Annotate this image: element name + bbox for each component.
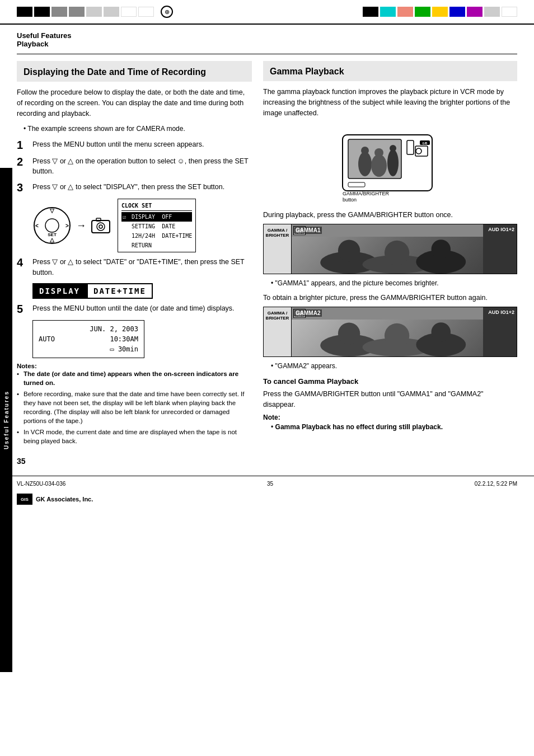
bar-white-r	[502, 7, 517, 17]
date-display-time: 10:30AM	[90, 334, 138, 344]
gamma2-scene	[292, 320, 483, 356]
bar-yellow	[432, 7, 448, 17]
svg-text:<: <	[35, 223, 39, 229]
notes-section: Notes: The date (or date and time) appea…	[17, 363, 252, 446]
control-pad-svg: ▽ △ < > SET	[32, 206, 72, 245]
menu-item-icon-setting	[121, 222, 127, 231]
step-1-number: 1	[17, 139, 28, 151]
bar-black2	[34, 7, 50, 17]
svg-point-22	[416, 148, 421, 154]
left-column: Displaying the Date and Time of Recordin…	[17, 54, 252, 448]
logo-box: GIS	[17, 494, 32, 505]
top-bar-right-blocks	[363, 7, 517, 17]
date-display-date: JUN. 2, 2003	[90, 324, 138, 334]
gamma1-bullet: "GAMMA1" appears, and the picture become…	[271, 279, 517, 288]
notes-list: The date (or date and time) appears when…	[17, 369, 252, 446]
gamma2-display-left: GAMMA / BRIGHTER	[264, 307, 292, 356]
gamma2-display-main: GAMMA2	[292, 307, 483, 356]
top-bar-left-blocks	[17, 7, 154, 17]
bar-purple	[467, 7, 483, 17]
logo-svg: GIS	[18, 495, 31, 504]
arrow-right-symbol: →	[76, 220, 86, 232]
gamma1-display-main: GAMMA1	[292, 224, 483, 274]
step-4-text: Press ▽ or △ to select "DATE" or "DATE+T…	[32, 257, 252, 277]
svg-point-14	[358, 152, 372, 176]
svg-point-35	[385, 241, 409, 265]
svg-rect-25	[348, 182, 365, 187]
svg-point-15	[371, 154, 387, 177]
gamma1-display-box: GAMMA / BRIGHTER GAMMA1	[263, 224, 517, 274]
right-column: Gamma Playback The gamma playback functi…	[263, 54, 517, 448]
gamma1-side-top: GAMMA /	[268, 228, 287, 233]
gamma2-bullet: "GAMMA2" appears.	[271, 361, 517, 371]
note-1: The date (or date and time) appears when…	[17, 369, 252, 387]
section-label: Useful Features Playback	[17, 31, 517, 48]
left-bullet-note: The example screens shown are for CAMERA…	[24, 124, 252, 134]
during-playback-text: During playback, press the GAMMA/BRIGHTE…	[263, 210, 517, 220]
cancel-note-title: Note:	[263, 414, 517, 421]
date-ref: 02.2.12, 5:22 PM	[475, 481, 517, 487]
menu-item-icon-return	[121, 241, 127, 250]
bar-pink	[397, 7, 413, 17]
menu-item-icon-display: ☑	[121, 212, 127, 222]
gamma2-side-top: GAMMA /	[268, 311, 287, 316]
step-3-text: Press ▽ or △ to select "DISPLAY", then p…	[32, 182, 252, 192]
svg-rect-10	[96, 218, 101, 221]
step-4: 4 Press ▽ or △ to select "DATE" or "DATE…	[17, 257, 252, 277]
gamma1-overlay-label: GAMMA1	[294, 227, 322, 234]
gamma1-display-left: GAMMA / BRIGHTER	[264, 224, 292, 274]
cancel-section: To cancel Gamma Playback Press the GAMMA…	[263, 377, 517, 431]
svg-text:△: △	[49, 237, 55, 243]
svg-point-17	[361, 147, 369, 154]
svg-point-8	[97, 223, 105, 231]
bottom-logo-area: GIS GK Associates, Inc.	[0, 491, 534, 511]
bar-blue	[449, 7, 465, 17]
svg-point-36	[432, 240, 451, 259]
svg-point-44	[385, 323, 409, 348]
page-number: 35	[0, 452, 534, 470]
main-content: Displaying the Date and Time of Recordin…	[0, 54, 534, 448]
menu-item-label-return: RETURN	[132, 241, 152, 250]
note-3: In VCR mode, the current date and time a…	[17, 428, 252, 445]
bar-white1	[121, 7, 137, 17]
bar-gray1	[51, 7, 67, 17]
gamma-section-title: Gamma Playback	[270, 67, 510, 77]
menu-title: CLOCK SET	[121, 201, 192, 211]
bottom-bar: VL-NZ50U-034-036 35 02.2.12, 5:22 PM	[0, 476, 534, 491]
bar-black1	[17, 7, 32, 17]
gamma2-overlay-label: GAMMA2	[294, 309, 322, 317]
menu-item-setting: SETTING DATE	[121, 222, 192, 231]
date-display-auto: AUTO	[39, 335, 55, 343]
gamma1-scene	[292, 237, 483, 274]
menu-diagram: ▽ △ < > SET → CLOCK SET ☑ DIS	[32, 199, 252, 252]
date-display-box: AUTO JUN. 2, 2003 10:30AM ▭ 30min	[32, 320, 144, 358]
left-section-title: Displaying the Date and Time of Recordin…	[24, 67, 245, 77]
svg-point-34	[338, 240, 360, 261]
display-segment-right: DATE+TIME	[87, 283, 153, 299]
menu-item-value-12h: DATE+TIME	[162, 231, 192, 241]
step-2-number: 2	[17, 156, 28, 167]
svg-text:G/B: G/B	[423, 142, 428, 145]
svg-point-9	[99, 225, 102, 228]
step-1: 1 Press the MENU button until the menu s…	[17, 139, 252, 151]
note-1-text: The date (or date and time) appears when…	[24, 370, 238, 386]
step-1-text: Press the MENU button until the menu scr…	[32, 139, 252, 149]
sidebar-bar: Useful Features	[0, 168, 12, 672]
gamma2-display-right: AUD IO1+2	[483, 307, 517, 356]
cancel-text: Press the GAMMA/BRIGHTER button until "G…	[263, 389, 517, 410]
page-number-bottom: 35	[267, 481, 273, 487]
camera-schematic-svg: G/B GAMMA/BRIGHTER button	[337, 124, 443, 202]
svg-point-18	[374, 148, 383, 157]
bar-light2	[104, 7, 119, 17]
gamma-intro: The gamma playback function improves the…	[263, 87, 517, 118]
gamma1-display-right: AUD IO1+2	[483, 224, 517, 274]
page-header: Useful Features Playback	[0, 25, 534, 51]
bar-cyan	[380, 7, 396, 17]
menu-item-icon-12h	[121, 231, 127, 241]
bar-light1	[86, 7, 102, 17]
display-bar: DISPLAY DATE+TIME	[32, 283, 252, 299]
menu-item-display: ☑ DISPLAY OFF	[121, 212, 192, 222]
left-section-title-box: Displaying the Date and Time of Recordin…	[17, 61, 252, 82]
sidebar-label: Useful Features	[3, 391, 10, 449]
registration-mark: ⊕	[161, 6, 173, 18]
